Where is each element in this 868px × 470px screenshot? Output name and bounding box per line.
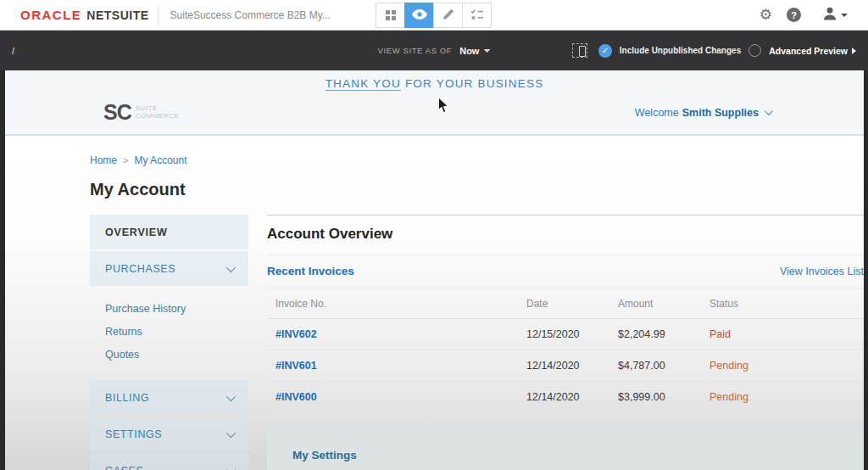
banner-rest: FOR YOUR BUSINESS xyxy=(401,77,543,90)
invoice-amount: $4,787.00 xyxy=(618,360,709,372)
advanced-preview-radio[interactable] xyxy=(748,44,761,57)
account-overview-heading: Account Overview xyxy=(267,226,864,255)
current-path: / xyxy=(12,46,14,56)
user-menu[interactable] xyxy=(822,6,848,24)
checked-circle-icon[interactable]: ✓ xyxy=(598,44,612,58)
sidebar-item-overview[interactable]: OVERVIEW xyxy=(90,215,248,249)
view-date-dropdown[interactable]: Now xyxy=(459,46,490,56)
breadcrumb-home[interactable]: Home xyxy=(90,154,117,166)
chevron-down-icon xyxy=(483,49,490,53)
breadcrumb-current: My Account xyxy=(134,154,186,166)
storefront-header-row: SC SUITE COMMERCE Welcome Smith Supplies xyxy=(5,100,864,125)
my-settings-title: My Settings xyxy=(292,449,864,462)
chevron-right-icon xyxy=(852,48,856,54)
sidebar-item-purchase-history[interactable]: Purchase History xyxy=(105,298,233,321)
invoice-link[interactable]: #INV600 xyxy=(275,391,526,403)
netsuite-wordmark: NETSUITE xyxy=(86,8,148,22)
chevron-down-icon xyxy=(226,391,236,400)
netsuite-logo: ORACLE NETSUITE xyxy=(20,8,149,22)
chevron-down-icon xyxy=(226,464,236,470)
column-header-status: Status xyxy=(709,298,864,310)
column-header-date: Date xyxy=(526,298,618,310)
page-title: My Account xyxy=(90,180,864,199)
screen: ORACLE NETSUITE SuiteSuccess Commerce B2… xyxy=(0,0,868,470)
view-invoices-list-link[interactable]: View Invoices List xyxy=(780,266,864,277)
oracle-wordmark: ORACLE xyxy=(20,8,81,22)
account-sidebar: OVERVIEW PURCHASES Purchase History Retu… xyxy=(90,215,248,470)
include-unpublished-label[interactable]: Include Unpublished Changes xyxy=(620,46,741,55)
breadcrumb: Home > My Account xyxy=(90,154,864,166)
banner-link[interactable]: THANK YOU xyxy=(326,77,401,91)
promo-banner: THANK YOU FOR YOUR BUSINESS xyxy=(5,70,864,90)
recent-invoices-title: Recent Invoices xyxy=(267,265,354,277)
purchases-submenu: Purchase History Returns Quotes xyxy=(90,288,248,378)
preview-bar: / VIEW SITE AS OF Now ✓ Include Unpublis… xyxy=(0,31,868,70)
suitecommerce-logo[interactable]: SC SUITE COMMERCE xyxy=(103,100,179,125)
eye-icon xyxy=(412,9,427,22)
grid-view-button[interactable] xyxy=(376,3,405,28)
breadcrumb-separator: > xyxy=(123,155,128,165)
invoice-date: 12/14/2020 xyxy=(526,360,618,372)
grid-icon xyxy=(386,10,396,20)
invoice-table-header: Invoice No. Date Amount Status xyxy=(267,288,864,319)
my-settings-panel: My Settings xyxy=(267,428,864,470)
preview-mode-toolbar xyxy=(376,3,492,28)
storefront-header: THANK YOU FOR YOUR BUSINESS SC SUITE COM… xyxy=(5,70,864,136)
sidebar-item-settings[interactable]: SETTINGS xyxy=(90,417,248,451)
recent-invoices-header: Recent Invoices View Invoices List xyxy=(267,255,864,288)
sidebar-item-quotes[interactable]: Quotes xyxy=(105,344,233,366)
checklist-button[interactable] xyxy=(462,3,492,28)
column-header-invoice-no: Invoice No. xyxy=(275,298,526,310)
help-icon[interactable]: ? xyxy=(787,8,801,22)
user-icon xyxy=(822,6,837,24)
invoice-date: 12/15/2020 xyxy=(526,328,618,340)
pencil-icon xyxy=(442,8,454,23)
sidebar-item-purchases[interactable]: PURCHASES xyxy=(90,251,248,286)
page-content: Home > My Account My Account OVERVIEW PU… xyxy=(5,136,864,470)
invoice-link[interactable]: #INV601 xyxy=(275,360,526,372)
site-title[interactable]: SuiteSuccess Commerce B2B My... xyxy=(170,9,331,21)
invoice-status: Pending xyxy=(709,391,864,403)
view-site-as-of: VIEW SITE AS OF Now xyxy=(378,46,491,56)
top-bar-right: ⚙ ? xyxy=(760,6,848,24)
invoice-row: #INV601 12/14/2020 $4,787.00 Pending xyxy=(267,350,864,382)
storefront-page: THANK YOU FOR YOUR BUSINESS SC SUITE COM… xyxy=(0,70,868,470)
chevron-down-icon xyxy=(226,262,236,271)
invoice-row: #INV600 12/14/2020 $3,999.00 Pending xyxy=(267,382,864,413)
account-columns: OVERVIEW PURCHASES Purchase History Retu… xyxy=(90,215,864,470)
column-header-amount: Amount xyxy=(618,298,709,310)
divider xyxy=(158,6,159,25)
welcome-account-dropdown[interactable]: Welcome Smith Supplies xyxy=(635,107,771,119)
invoice-date: 12/14/2020 xyxy=(526,391,618,403)
edit-button[interactable] xyxy=(433,3,463,28)
gear-icon[interactable]: ⚙ xyxy=(760,8,772,22)
invoice-status: Pending xyxy=(709,360,864,372)
advanced-preview-link[interactable]: Advanced Preview xyxy=(769,46,856,56)
invoice-link[interactable]: #INV602 xyxy=(275,328,526,340)
sidebar-item-returns[interactable]: Returns xyxy=(105,321,233,344)
checklist-icon xyxy=(470,8,484,23)
invoice-amount: $3,999.00 xyxy=(618,391,709,403)
preview-bar-right: ✓ Include Unpublished Changes Advanced P… xyxy=(572,43,856,58)
invoice-row: #INV602 12/15/2020 $2,204.99 Paid xyxy=(267,319,864,350)
chevron-down-icon xyxy=(841,14,848,17)
sidebar-item-billing[interactable]: BILLING xyxy=(90,380,248,415)
preview-eye-button[interactable] xyxy=(404,3,434,28)
invoice-amount: $2,204.99 xyxy=(618,328,709,340)
sidebar-item-cases[interactable]: CASES xyxy=(90,453,248,470)
invoice-status: Paid xyxy=(709,328,864,340)
chevron-down-icon xyxy=(226,428,236,437)
view-site-as-of-label: VIEW SITE AS OF xyxy=(378,46,453,55)
account-overview-panel: Account Overview Recent Invoices View In… xyxy=(267,215,864,470)
device-preview-icon[interactable] xyxy=(572,43,587,58)
top-bar: ORACLE NETSUITE SuiteSuccess Commerce B2… xyxy=(0,0,868,31)
chevron-down-icon xyxy=(765,107,773,115)
